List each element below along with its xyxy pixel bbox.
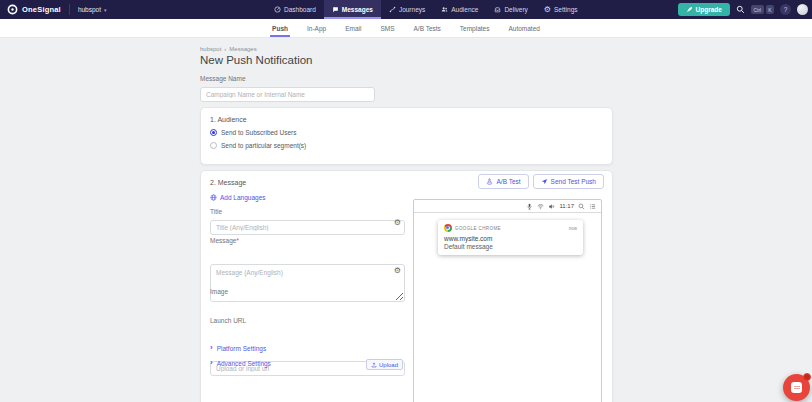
audience-heading: 1. Audience xyxy=(210,116,603,123)
brand-name: OneSignal xyxy=(22,5,61,14)
message-label: Message xyxy=(210,237,236,244)
kbd-k: K xyxy=(766,5,774,14)
volume-icon xyxy=(548,203,555,210)
page-title: New Push Notification xyxy=(200,54,313,66)
globe-icon xyxy=(210,194,217,201)
nav-item-journeys[interactable]: Journeys xyxy=(381,0,433,19)
nav-item-label: Settings xyxy=(554,6,578,13)
radio-send-to-subscribed[interactable]: Send to Subscribed Users xyxy=(210,129,603,136)
nav-item-label: Audience xyxy=(451,6,478,13)
title-label: Title xyxy=(210,208,405,215)
radio-label: Send to particular segment(s) xyxy=(221,142,306,149)
help-icon[interactable]: ? xyxy=(780,4,791,15)
send-test-push-label: Send Test Push xyxy=(551,178,596,185)
chrome-icon xyxy=(444,224,452,232)
send-test-push-button[interactable]: Send Test Push xyxy=(533,174,604,189)
user-avatar[interactable] xyxy=(797,4,808,15)
nav-item-messages[interactable]: Messages xyxy=(324,0,381,19)
nav-item-delivery[interactable]: Delivery xyxy=(486,0,535,19)
wifi-icon xyxy=(537,203,544,210)
tab-ab-tests[interactable]: A/B Tests xyxy=(412,19,443,37)
platform-settings-label: Platform Settings xyxy=(217,345,267,352)
radio-label: Send to Subscribed Users xyxy=(221,129,297,136)
nav-item-settings[interactable]: ⚙ Settings xyxy=(536,0,586,19)
upgrade-button[interactable]: Upgrade xyxy=(678,3,730,16)
breadcrumb-app[interactable]: hubspot xyxy=(200,46,221,52)
messages-subnav: Push In-App Email SMS A/B Tests Template… xyxy=(0,19,812,38)
paper-plane-icon xyxy=(541,178,548,185)
gauge-icon xyxy=(274,6,281,13)
app-selector-dropdown[interactable]: hubspot ▾ xyxy=(70,0,115,19)
support-chat-launcher[interactable] xyxy=(783,374,810,401)
message-heading: 2. Message xyxy=(210,179,246,186)
tab-email[interactable]: Email xyxy=(343,19,363,37)
tab-push[interactable]: Push xyxy=(270,19,290,37)
message-field-wrap: ⚙ xyxy=(210,264,405,306)
primary-nav: Dashboard Messages Journeys Audience Del… xyxy=(266,0,586,19)
chat-widget-icon xyxy=(791,382,802,393)
flask-icon xyxy=(486,178,493,185)
topnav-right-controls: Upgrade Ctrl K ? xyxy=(678,0,809,19)
message-textarea[interactable] xyxy=(210,264,405,302)
message-label-row: Message* xyxy=(210,237,405,244)
journeys-icon xyxy=(389,6,396,13)
onesignal-brand[interactable]: OneSignal xyxy=(0,0,69,19)
audience-card: 1. Audience Send to Subscribed Users Sen… xyxy=(200,107,613,165)
breadcrumb: hubspot › Messages xyxy=(200,46,257,52)
radio-send-to-segments[interactable]: Send to particular segment(s) xyxy=(210,142,603,149)
nav-item-dashboard[interactable]: Dashboard xyxy=(266,0,324,19)
breadcrumb-separator-icon: › xyxy=(224,46,226,52)
message-name-field-wrap xyxy=(200,83,375,102)
notification-title: www.mysite.com xyxy=(444,235,577,242)
nav-item-label: Messages xyxy=(342,6,373,13)
upload-button[interactable]: Upload xyxy=(366,359,403,370)
notification-header: GOOGLE CHROME now xyxy=(444,224,577,232)
kbd-ctrl: Ctrl xyxy=(751,5,764,14)
title-options-gear-icon[interactable]: ⚙ xyxy=(394,219,401,227)
preview-statusbar: 11:17 xyxy=(414,200,601,213)
ab-test-label: A/B Test xyxy=(496,178,520,185)
launch-url-label: Launch URL xyxy=(210,317,405,324)
message-options-gear-icon[interactable]: ⚙ xyxy=(394,267,401,275)
nav-item-audience[interactable]: Audience xyxy=(433,0,486,19)
microphone-icon xyxy=(526,203,533,210)
breadcrumb-section[interactable]: Messages xyxy=(229,46,256,52)
title-field-wrap: ⚙ xyxy=(210,216,405,235)
platform-settings-toggle[interactable]: › Platform Settings xyxy=(210,345,266,352)
tab-in-app[interactable]: In-App xyxy=(305,19,328,37)
chevron-right-icon: › xyxy=(210,359,213,367)
nav-item-label: Delivery xyxy=(504,6,527,13)
list-icon xyxy=(589,203,596,210)
message-name-label: Message Name xyxy=(200,75,246,82)
advanced-settings-label: Advanced Settings xyxy=(217,360,271,367)
gear-icon: ⚙ xyxy=(544,6,551,14)
onesignal-logo-icon xyxy=(7,4,18,15)
push-preview-panel: 11:17 GOOGLE CHROME now www.mysite.com D… xyxy=(413,199,602,402)
top-navigation-bar: OneSignal hubspot ▾ Dashboard Messages J… xyxy=(0,0,812,19)
message-actions: A/B Test Send Test Push xyxy=(478,174,604,189)
message-card: 2. Message A/B Test Send Test Push Add L… xyxy=(200,170,613,402)
tab-templates[interactable]: Templates xyxy=(458,19,492,37)
delivery-icon xyxy=(494,6,501,13)
rocket-icon xyxy=(686,6,693,13)
message-name-input[interactable] xyxy=(200,87,375,102)
ab-test-button[interactable]: A/B Test xyxy=(478,174,528,189)
image-label: Image xyxy=(210,288,405,295)
nav-item-label: Journeys xyxy=(399,6,425,13)
magnifier-icon xyxy=(578,203,585,210)
notification-app-name: GOOGLE CHROME xyxy=(455,226,566,231)
title-input[interactable] xyxy=(210,220,405,235)
chevron-right-icon: › xyxy=(210,344,213,352)
app-selector-label: hubspot xyxy=(78,6,101,13)
add-languages-link[interactable]: Add Languages xyxy=(210,194,266,201)
notification-preview: GOOGLE CHROME now www.mysite.com Default… xyxy=(438,220,583,255)
caret-down-icon: ▾ xyxy=(104,7,107,13)
audience-icon xyxy=(441,6,448,13)
search-icon[interactable] xyxy=(736,5,745,14)
tab-sms[interactable]: SMS xyxy=(378,19,396,37)
advanced-settings-toggle[interactable]: › Advanced Settings xyxy=(210,360,271,367)
tab-automated[interactable]: Automated xyxy=(506,19,541,37)
chat-notification-badge xyxy=(803,373,811,381)
add-languages-label: Add Languages xyxy=(220,194,266,201)
chat-bubble-icon xyxy=(332,6,339,13)
